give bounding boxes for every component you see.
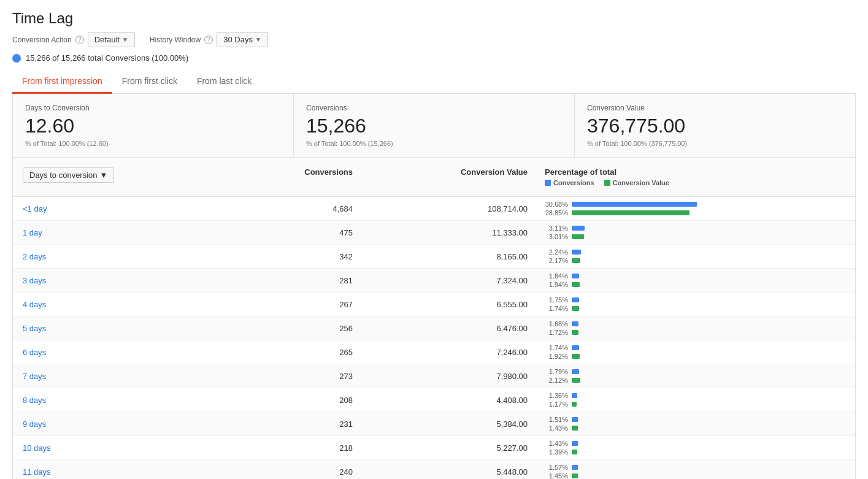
row-conversions: 240 <box>188 462 363 480</box>
bar-fill-conv <box>572 465 578 470</box>
column-header-percentage: Percentage of total Conversions Conversi… <box>537 164 855 190</box>
tab-last-click[interactable]: From last click <box>187 70 261 94</box>
row-label: 1 day <box>13 223 188 242</box>
column-header-conversions: Conversions <box>188 164 363 190</box>
bar-track-conv <box>572 441 848 446</box>
metric-value-conversions: 15,266 <box>306 115 562 137</box>
row-conv-value: 11,333.00 <box>363 223 537 242</box>
bar-track-val <box>572 306 848 311</box>
bar-fill-conv <box>572 369 579 374</box>
table-row: <1 day 4,684 108,714.00 30.68% 28.85% <box>13 197 855 221</box>
bar-track-val <box>572 282 848 287</box>
bar-fill-conv <box>572 274 579 278</box>
row-bars: 1.68% 1.72% <box>537 316 855 340</box>
row-conv-value: 7,980.00 <box>363 367 537 386</box>
metric-value-days: 12.60 <box>25 115 281 137</box>
bar-fill-conv <box>572 417 578 422</box>
row-conv-value: 7,246.00 <box>363 343 537 362</box>
history-window-value: 30 Days <box>223 35 253 44</box>
row-conversions: 231 <box>188 415 363 434</box>
bar-fill-val <box>572 402 577 407</box>
row-conversions: 281 <box>188 271 363 290</box>
bar-fill-val <box>572 473 578 478</box>
row-label: 4 days <box>13 295 188 314</box>
bar-track-conv <box>572 417 848 422</box>
legend-dot-conversions <box>545 180 551 186</box>
row-label: 5 days <box>13 319 188 338</box>
data-table: Days to conversion ▼ Conversions Convers… <box>12 158 856 479</box>
bar-pct-val: 1.39% <box>545 448 568 456</box>
row-bars: 1.36% 1.17% <box>537 388 855 412</box>
bar-fill-conv <box>572 321 578 326</box>
bar-fill-val <box>572 378 580 383</box>
row-conversions: 342 <box>188 247 363 266</box>
row-bars: 3.11% 3.01% <box>537 221 855 244</box>
row-conv-value: 6,476.00 <box>363 319 537 338</box>
table-row: 7 days 273 7,980.00 1.79% 2.12% <box>13 364 855 388</box>
page-container: Time Lag Conversion Action ? Default ▼ H… <box>0 0 868 479</box>
tab-first-click[interactable]: From first click <box>112 70 187 94</box>
table-row: 1 day 475 11,333.00 3.11% 3.01% <box>13 221 855 245</box>
conversion-action-dropdown[interactable]: Default ▼ <box>88 32 135 47</box>
days-conversion-dropdown[interactable]: Days to conversion ▼ <box>23 167 114 183</box>
metric-label-days: Days to Conversion <box>25 104 281 112</box>
bar-track-conv <box>572 393 848 398</box>
table-row: 4 days 267 6,555.00 1.75% 1.74% <box>13 293 855 316</box>
bar-pct-conv: 2.24% <box>545 248 568 256</box>
table-body: <1 day 4,684 108,714.00 30.68% 28.85% <box>13 197 855 479</box>
row-conversions: 256 <box>188 319 363 338</box>
table-row: 11 days 240 5,448.00 1.57% 1.45% <box>13 460 855 479</box>
row-label: 2 days <box>13 247 188 266</box>
bar-pct-conv: 1.74% <box>545 344 568 351</box>
row-conv-value: 7,324.00 <box>363 271 537 290</box>
table-header: Days to conversion ▼ Conversions Convers… <box>13 158 855 197</box>
days-dropdown-label: Days to conversion <box>29 171 98 180</box>
bar-track-val <box>572 234 848 239</box>
metrics-bar: Days to Conversion 12.60 % of Total: 100… <box>12 94 856 158</box>
bar-fill-val <box>572 450 577 454</box>
row-bars: 1.84% 1.94% <box>537 269 855 292</box>
conversion-action-arrow-icon: ▼ <box>122 36 128 43</box>
bar-pct-val: 1.94% <box>545 281 568 288</box>
bar-fill-val <box>572 282 580 287</box>
conversion-action-group: Conversion Action ? Default ▼ <box>12 32 135 47</box>
bar-fill-conv <box>572 345 579 350</box>
row-label: 9 days <box>13 415 188 434</box>
bar-pct-val: 1.43% <box>545 424 568 432</box>
bar-track-val <box>572 450 848 454</box>
legend-dot-conv-value <box>604 180 610 186</box>
bar-pct-conv: 3.11% <box>545 224 568 232</box>
page-title: Time Lag <box>12 10 856 27</box>
bar-track-conv <box>572 345 848 350</box>
row-conversions: 265 <box>188 343 363 362</box>
bar-track-val <box>572 402 848 407</box>
row-conversions: 475 <box>188 223 363 242</box>
bar-fill-conv <box>572 297 579 302</box>
bar-pct-val: 3.01% <box>545 233 568 240</box>
legend-label-conv-value: Conversion Value <box>613 179 669 186</box>
conversion-action-value: Default <box>94 35 120 44</box>
bar-track-val <box>572 378 848 383</box>
metric-sub-conv-value: % of Total: 100.00% (376,775.00) <box>587 140 843 147</box>
history-window-help-icon[interactable]: ? <box>204 36 213 44</box>
table-row: 9 days 231 5,384.00 1.51% 1.43% <box>13 412 855 436</box>
history-window-dropdown[interactable]: 30 Days ▼ <box>217 32 268 47</box>
metric-days-to-conversion: Days to Conversion 12.60 % of Total: 100… <box>13 94 294 157</box>
percentage-title: Percentage of total <box>545 167 845 177</box>
bar-track-conv <box>572 226 848 231</box>
history-window-arrow-icon: ▼ <box>255 36 261 43</box>
bar-fill-val <box>572 426 578 431</box>
row-bars: 1.79% 2.12% <box>537 364 855 388</box>
history-window-label: History Window <box>150 36 201 44</box>
row-conversions: 273 <box>188 367 363 386</box>
summary-text: 15,266 of 15,266 total Conversions (100.… <box>26 53 188 63</box>
tab-first-impression[interactable]: From first impression <box>12 70 112 94</box>
bar-fill-conv <box>572 393 577 398</box>
legend-label-conversions: Conversions <box>553 179 594 186</box>
metric-label-conversions: Conversions <box>306 104 562 112</box>
days-dropdown-arrow-icon: ▼ <box>100 171 108 180</box>
conversion-action-help-icon[interactable]: ? <box>75 36 84 44</box>
column-header-conv-value: Conversion Value <box>363 164 537 190</box>
bar-pct-conv: 1.68% <box>545 320 568 328</box>
conversion-action-label: Conversion Action <box>12 36 72 44</box>
